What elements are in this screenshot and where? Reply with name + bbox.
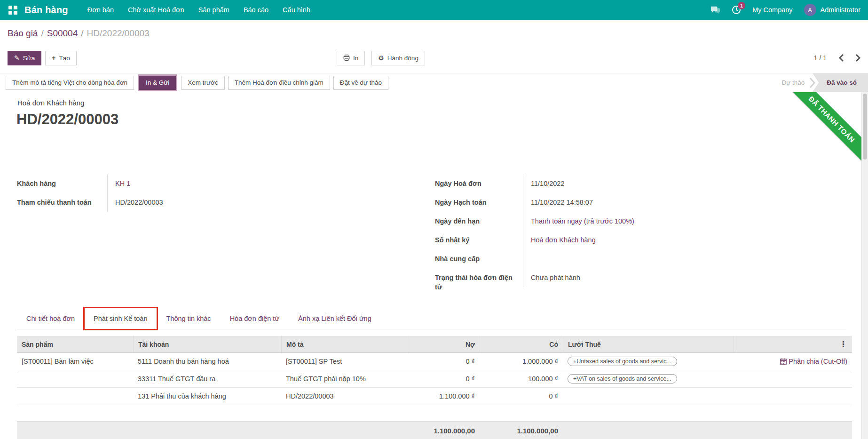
tab-other-info[interactable]: Thông tin khác [157, 308, 221, 329]
screen: Bán hàng Đơn bán Chờ xuất Hoá đơn Sản ph… [0, 0, 868, 439]
paid-ribbon: ĐÃ THANH TOÁN [786, 92, 861, 167]
main-menu: Đơn bán Chờ xuất Hoá đơn Sản phẩm Báo cá… [80, 0, 317, 20]
breadcrumb-s00004[interactable]: S00004 [47, 28, 78, 38]
tab-journal-items[interactable]: Phát sinh Kế toán [84, 308, 157, 329]
avatar: A [804, 4, 816, 16]
field-journal: Sổ nhật ký Hoá đơn Khách hàng [435, 231, 708, 249]
field-accounting-date: Ngày Hạch toán 11/10/2022 14:58:07 [435, 193, 708, 212]
journal-link[interactable]: Hoá đơn Khách hàng [523, 231, 708, 249]
reset-to-draft-button[interactable]: Đặt về dự thảo [333, 76, 388, 90]
activities-button[interactable]: 1 [732, 5, 741, 15]
chat-icon [710, 5, 720, 15]
status-pipeline: Dự thảo Đã vào sổ [777, 73, 868, 92]
messages-button[interactable] [710, 5, 720, 15]
table-row[interactable]: 33311 Thuế GTGT đầu ra Thuế GTGT phải nộ… [17, 370, 852, 388]
customer-link[interactable]: KH 1 [107, 174, 290, 193]
pager-previous-button[interactable] [839, 54, 844, 62]
field-customer: Khách hàng KH 1 [17, 174, 290, 193]
paid-ribbon-wrap: ĐÃ THANH TOÁN [786, 92, 861, 168]
add-credit-note-button[interactable]: Thêm Hoá đơn điều chỉnh giảm [228, 76, 330, 90]
breadcrumb: Báo giá/S00004/HD/2022/00003 [8, 27, 860, 45]
field-invoice-date: Ngày Hoá đơn 11/10/2022 [435, 174, 708, 193]
pencil-icon: ✎ [14, 55, 20, 61]
col-credit: Có [480, 336, 563, 352]
menu-cho-xuat-hoa-don[interactable]: Chờ xuất Hoá đơn [121, 0, 191, 20]
col-extra: ⋮ [734, 336, 852, 352]
tab-invoice-lines[interactable]: Chi tiết hoá đơn [17, 308, 84, 329]
apps-grid-icon [8, 6, 17, 15]
scrollbar-thumb[interactable] [863, 94, 867, 160]
field-einvoice-status: Trạng thái hóa đơn điện tử Chưa phát hàn… [435, 268, 708, 296]
notebook-tabs: Chi tiết hoá đơn Phát sinh Kế toán Thông… [17, 307, 846, 329]
activity-badge: 1 [738, 2, 745, 9]
document-type-label: Hoá đơn Khách hàng [17, 99, 84, 107]
calendar-icon [780, 358, 787, 365]
tab-counterpart-mapping[interactable]: Ánh xạ Liên kết Đối ứng [289, 308, 381, 329]
field-due-date: Ngày đến hạn Thanh toán ngay (trả trước … [435, 212, 708, 231]
optional-columns-button kebab-menu-icon[interactable]: ⋮ [839, 339, 847, 349]
pager-next-button[interactable] [855, 54, 860, 62]
total-credit: 1.100.000,00 [480, 427, 563, 435]
col-description: Mô tả [281, 336, 407, 352]
apps-menu-button[interactable] [7, 4, 19, 16]
page-title: HD/2022/00003 [16, 111, 118, 128]
plus-icon: + [52, 55, 55, 61]
menu-cau-hinh[interactable]: Cấu hình [276, 0, 317, 20]
col-tax-grid: Lưới Thuế [563, 336, 734, 352]
print-button[interactable]: In [337, 51, 365, 65]
add-vietnamese-description-button[interactable]: Thêm mô tả tiếng Việt cho dòng hóa đơn [6, 76, 134, 90]
menu-san-pham[interactable]: Sản phẩm [191, 0, 237, 20]
field-group-left: Khách hàng KH 1 Tham chiếu thanh toán HD… [17, 174, 290, 212]
form-sheet: ĐÃ THANH TOÁN Hoá đơn Khách hàng HD/2022… [0, 92, 868, 439]
table-row[interactable]: 131 Phải thu của khách hàng HD/2022/0000… [17, 388, 852, 405]
total-debit: 1.100.000,00 [407, 427, 480, 435]
user-name: Administrator [821, 6, 860, 14]
print-and-send-button[interactable]: In & Gửi [139, 76, 176, 90]
col-debit: Nợ [407, 336, 480, 352]
control-panel: Báo giá/S00004/HD/2022/00003 ✎ Sửa + Tạo [0, 20, 868, 66]
menu-don-ban[interactable]: Đơn bán [80, 0, 121, 20]
tax-grid-tag: +Untaxed sales of goods and servic... [568, 357, 677, 366]
create-button[interactable]: + Tạo [45, 51, 76, 65]
preview-button[interactable]: Xem trước [181, 76, 224, 90]
navbar-right: 1 My Company A Administrator [710, 4, 860, 16]
edit-button[interactable]: ✎ Sửa [8, 51, 41, 65]
field-group-right: Ngày Hoá đơn 11/10/2022 Ngày Hạch toán 1… [435, 174, 708, 296]
cutoff-button[interactable]: Phân chia (Cut-Off) [780, 358, 847, 365]
top-navbar: Bán hàng Đơn bán Chờ xuất Hoá đơn Sản ph… [0, 0, 868, 20]
pager-value: 1 / 1 [814, 54, 827, 62]
tab-einvoice[interactable]: Hóa đơn điện tử [221, 308, 289, 329]
breadcrumb-separator: / [38, 28, 47, 38]
table-header: Sản phẩm Tài khoản Mô tả Nợ Có Lưới Thuế… [17, 336, 852, 353]
menu-bao-cao[interactable]: Báo cáo [237, 0, 276, 20]
tax-grid-tag: +VAT on sales of goods and service... [568, 374, 677, 383]
breadcrumb-current: HD/2022/00003 [87, 28, 150, 38]
stage-draft[interactable]: Dự thảo [777, 73, 809, 92]
printer-icon [343, 55, 350, 61]
pager: 1 / 1 [814, 54, 860, 62]
company-switcher[interactable]: My Company [752, 6, 792, 14]
user-menu[interactable]: A Administrator [804, 4, 860, 16]
field-payment-reference: Tham chiếu thanh toán HD/2022/00003 [17, 193, 290, 212]
journal-items-table: Sản phẩm Tài khoản Mô tả Nợ Có Lưới Thuế… [17, 336, 852, 439]
action-button[interactable]: ⚙ Hành động [371, 51, 425, 65]
breadcrumb-separator: / [78, 28, 87, 38]
table-totals-row: 1.100.000,00 1.100.000,00 [17, 421, 852, 439]
control-panel-buttons: ✎ Sửa + Tạo In ⚙ [8, 50, 860, 66]
col-product: Sản phẩm [17, 336, 133, 352]
col-account: Tài khoản [133, 336, 281, 352]
payment-terms-link[interactable]: Thanh toán ngay (trả trước 100%) [523, 212, 708, 231]
app-title[interactable]: Bán hàng [24, 5, 68, 16]
stage-posted[interactable]: Đã vào sổ [813, 73, 868, 92]
gear-icon: ⚙ [378, 55, 384, 61]
statusbar: Thêm mô tả tiếng Việt cho dòng hóa đơn I… [0, 73, 868, 92]
table-row[interactable]: [ST00011] Bàn làm việc 5111 Doanh thu bá… [17, 353, 852, 370]
table-body: [ST00011] Bàn làm việc 5111 Doanh thu bá… [17, 353, 852, 405]
field-vendor: Nhà cung cấp [435, 249, 708, 268]
breadcrumb-bao-gia[interactable]: Báo giá [8, 28, 38, 38]
scrollbar-track [861, 92, 868, 439]
